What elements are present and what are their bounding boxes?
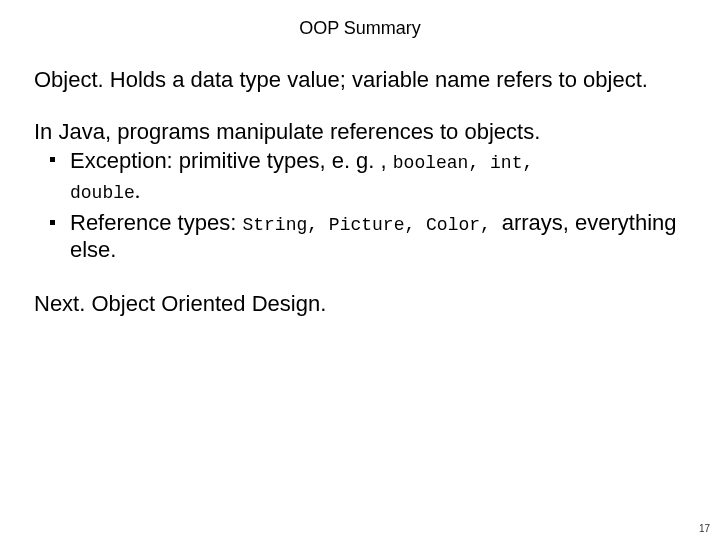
paragraph-next: Next. Object Oriented Design. [34, 291, 686, 317]
next-desc: Object Oriented Design. [85, 291, 326, 316]
bullet-icon [50, 157, 55, 162]
exception-continuation: double. [34, 178, 686, 204]
bullet-icon [50, 220, 55, 225]
object-desc: Holds a data type value; variable name r… [104, 67, 648, 92]
next-label: Next. [34, 291, 85, 316]
references-block: In Java, programs manipulate references … [34, 119, 686, 263]
double-code: double [70, 183, 135, 203]
paragraph-object: Object. Holds a data type value; variabl… [34, 67, 686, 93]
exception-code: boolean, int, [393, 153, 533, 173]
slide-title: OOP Summary [34, 18, 686, 39]
exception-text: Exception: primitive types, e. g. , [70, 148, 393, 173]
bullet-reference-types: Reference types: String, Picture, Color,… [34, 210, 686, 263]
reftypes-text: Reference types: [70, 210, 242, 235]
double-dot: . [135, 178, 141, 203]
reftypes-code: String, Picture, Color, [242, 215, 501, 235]
object-label: Object. [34, 67, 104, 92]
references-lead: In Java, programs manipulate references … [34, 119, 686, 145]
bullet-exception: Exception: primitive types, e. g. , bool… [34, 148, 686, 175]
page-number: 17 [699, 523, 710, 534]
